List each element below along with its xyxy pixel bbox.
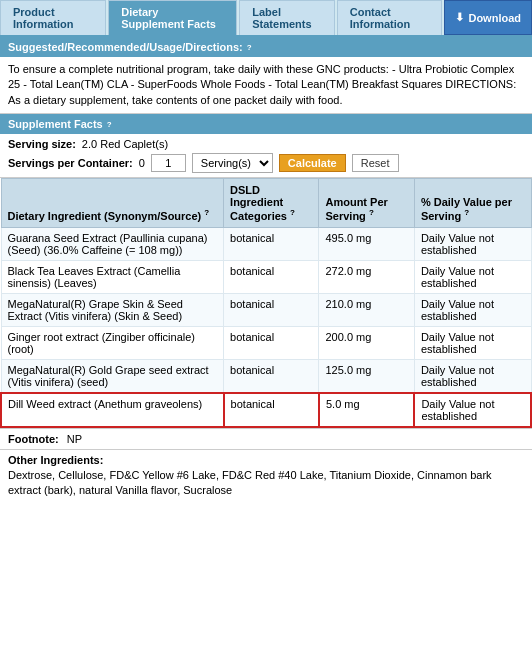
ingredient-cell: Guarana Seed Extract (Paullinia cupana) …	[1, 227, 224, 260]
tab-contact-info[interactable]: Contact Information	[337, 0, 443, 35]
download-button[interactable]: ⬇ Download	[444, 0, 532, 35]
table-row: Black Tea Leaves Extract (Camellia sinen…	[1, 260, 531, 293]
directions-info-icon: ?	[247, 43, 252, 52]
amount-cell: 210.0 mg	[319, 293, 414, 326]
other-ingredients-section: Other Ingredients: Dextrose, Cellulose, …	[0, 450, 532, 503]
supplement-info-icon: ?	[107, 120, 112, 129]
calculate-button[interactable]: Calculate	[279, 154, 346, 172]
table-row: MegaNatural(R) Gold Grape seed extract (…	[1, 359, 531, 393]
dsld-cell: botanical	[224, 227, 319, 260]
table-row: Ginger root extract (Zingiber officinale…	[1, 326, 531, 359]
ingredient-cell: MegaNatural(R) Grape Skin & Seed Extract…	[1, 293, 224, 326]
amount-cell: 125.0 mg	[319, 359, 414, 393]
th-ingredient-info: ?	[204, 208, 209, 217]
reset-button[interactable]: Reset	[352, 154, 399, 172]
dv-cell: Daily Value not established	[414, 260, 531, 293]
download-icon: ⬇	[455, 11, 464, 24]
th-dv: % Daily Value per Serving ?	[414, 179, 531, 228]
th-dsld-info: ?	[290, 208, 295, 217]
table-body: Guarana Seed Extract (Paullinia cupana) …	[1, 227, 531, 427]
footnote-value: NP	[67, 433, 82, 445]
amount-cell: 495.0 mg	[319, 227, 414, 260]
dsld-cell: botanical	[224, 260, 319, 293]
ingredients-table: Dietary Ingredient (Synonym/Source) ? DS…	[0, 178, 532, 428]
directions-text: To ensure a complete nutritional program…	[0, 57, 532, 114]
tab-product-info[interactable]: Product Information	[0, 0, 106, 35]
ingredient-cell: MegaNatural(R) Gold Grape seed extract (…	[1, 359, 224, 393]
amount-cell: 272.0 mg	[319, 260, 414, 293]
dv-cell: Daily Value not established	[414, 393, 531, 427]
serving-size-value: 2.0 Red Caplet(s)	[82, 138, 168, 150]
dv-cell: Daily Value not established	[414, 359, 531, 393]
dsld-cell: botanical	[224, 293, 319, 326]
footnote-label: Footnote:	[8, 433, 59, 445]
footnote-row: Footnote: NP	[0, 428, 532, 450]
supplement-facts-section: Serving size: 2.0 Red Caplet(s) Servings…	[0, 134, 532, 178]
th-amount-info: ?	[369, 208, 374, 217]
dsld-cell: botanical	[224, 326, 319, 359]
ingredient-cell: Ginger root extract (Zingiber officinale…	[1, 326, 224, 359]
dv-cell: Daily Value not established	[414, 326, 531, 359]
serving-select[interactable]: Serving(s)	[192, 153, 273, 173]
table-row: MegaNatural(R) Grape Skin & Seed Extract…	[1, 293, 531, 326]
th-dv-info: ?	[464, 208, 469, 217]
tab-label-statements[interactable]: Label Statements	[239, 0, 334, 35]
directions-header: Suggested/Recommended/Usage/Directions: …	[0, 37, 532, 57]
ingredient-cell: Dill Weed extract (Anethum graveolens)	[1, 393, 224, 427]
tab-bar: Product Information Dietary Supplement F…	[0, 0, 532, 37]
th-amount: Amount Per Serving ?	[319, 179, 414, 228]
tab-dietary-supplement[interactable]: Dietary Supplement Facts	[108, 0, 237, 35]
dsld-cell: botanical	[224, 393, 319, 427]
serving-size-label: Serving size:	[8, 138, 76, 150]
amount-cell: 5.0 mg	[319, 393, 414, 427]
servings-per-value: 0	[139, 157, 145, 169]
ingredient-cell: Black Tea Leaves Extract (Camellia sinen…	[1, 260, 224, 293]
table-row: Dill Weed extract (Anethum graveolens)bo…	[1, 393, 531, 427]
supplement-facts-header: Supplement Facts ?	[0, 114, 532, 134]
table-row: Guarana Seed Extract (Paullinia cupana) …	[1, 227, 531, 260]
dsld-cell: botanical	[224, 359, 319, 393]
th-ingredient: Dietary Ingredient (Synonym/Source) ?	[1, 179, 224, 228]
dv-cell: Daily Value not established	[414, 227, 531, 260]
table-header-row: Dietary Ingredient (Synonym/Source) ? DS…	[1, 179, 531, 228]
dv-cell: Daily Value not established	[414, 293, 531, 326]
amount-cell: 200.0 mg	[319, 326, 414, 359]
other-ingredients-text: Dextrose, Cellulose, FD&C Yellow #6 Lake…	[8, 468, 524, 499]
qty-input[interactable]	[151, 154, 186, 172]
th-dsld: DSLD Ingredient Categories ?	[224, 179, 319, 228]
servings-per-label: Servings per Container:	[8, 157, 133, 169]
other-ingredients-header: Other Ingredients:	[8, 454, 524, 466]
